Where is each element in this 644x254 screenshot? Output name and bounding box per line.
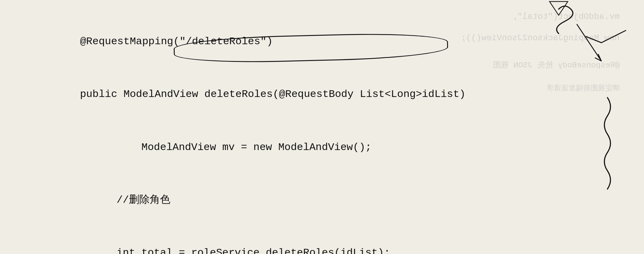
page: mv.addObject("total", new MappingJackson… xyxy=(0,0,644,254)
code-line-5: int total = roleService.deleteRoles(idLi… xyxy=(30,227,614,254)
code-line-4: //删除角色 xyxy=(30,174,614,227)
code-block: @RequestMapping("/deleteRoles") public M… xyxy=(12,9,632,254)
circled-annotation: @RequestBody xyxy=(279,86,354,103)
code-line-3: ModelAndView mv = new ModelAndView(); xyxy=(30,121,614,174)
code-line-1: @RequestMapping("/deleteRoles") xyxy=(30,15,614,68)
code-line-2: public ModelAndView deleteRoles(@Request… xyxy=(30,68,614,121)
